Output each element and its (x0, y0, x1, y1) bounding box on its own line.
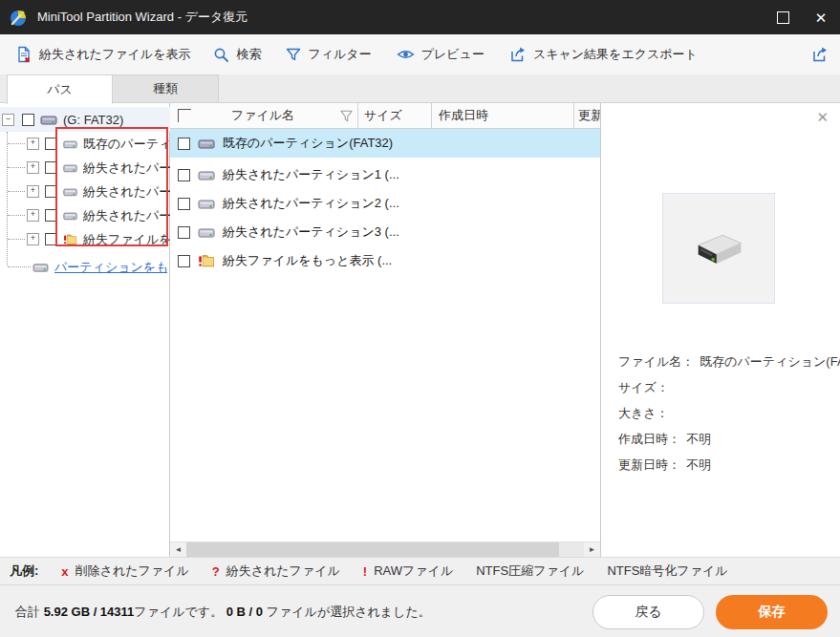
filter-button[interactable]: フィルター (286, 46, 371, 63)
back-button[interactable]: 戻る (592, 595, 704, 629)
scroll-left-arrow-icon[interactable]: ◄ (170, 542, 186, 558)
row-checkbox[interactable] (178, 255, 190, 267)
tree-root-label: (G: FAT32) (63, 113, 123, 127)
legend-label: 紛失されたファイル (226, 563, 340, 580)
legend-label: NTFS圧縮ファイル (476, 563, 584, 580)
row-filename: 紛失されたパーティション2 (... (223, 195, 399, 212)
item-checkbox[interactable] (45, 209, 57, 222)
column-header-filename[interactable]: ファイル名 (191, 107, 334, 124)
folder-alert-icon (63, 233, 77, 245)
export-shortcut-button[interactable] (811, 34, 829, 74)
root-checkbox[interactable] (22, 114, 34, 126)
info-filename: ファイル名： 既存のパーティション(FAT32) (618, 353, 830, 371)
list-row-lost-partition-2[interactable]: 紛失されたパーティション2 (... (170, 189, 600, 218)
column-header-size[interactable]: サイズ (358, 107, 431, 124)
select-all-checkbox[interactable] (178, 109, 191, 122)
expand-icon[interactable]: + (27, 138, 39, 150)
tree-item-more-lost-files[interactable]: + 紛失ファイルを... (0, 227, 170, 251)
app-logo-icon (9, 8, 28, 27)
horizontal-scrollbar[interactable]: ◄ ► (170, 541, 600, 557)
show-lost-files-button[interactable]: 紛失されたファイルを表示 (15, 46, 190, 63)
collapse-expander-icon[interactable]: − (2, 114, 14, 126)
partition-tree-panel: − (G: FAT32) + 既存のパーティ... + (0, 103, 170, 557)
tab-path-label: パス (47, 81, 73, 98)
preview-panel: ✕ ファイル名： 既存のパーティション(FAT32) サイズ： 大きさ： (600, 103, 840, 557)
expand-icon[interactable]: + (27, 233, 39, 245)
legend-bar: 凡例: x 削除されたファイル ? 紛失されたファイル ! RAWファイル NT… (0, 557, 840, 584)
tree-item-label: 紛失ファイルを... (83, 231, 170, 248)
tree-item-label: 紛失されたパー... (83, 183, 170, 201)
export-icon (509, 46, 527, 63)
show-more-partitions-link[interactable]: パーティションをもっ... (54, 259, 167, 276)
list-row-lost-partition-1[interactable]: 紛失されたパーティション1 (... (170, 160, 600, 189)
column-header-modified[interactable]: 更新 (574, 107, 600, 124)
item-checkbox[interactable] (45, 233, 57, 245)
tab-type[interactable]: 種類 (113, 74, 219, 103)
scroll-right-arrow-icon[interactable]: ► (584, 542, 600, 558)
status-mid: ファイルです。 (134, 605, 226, 619)
info-bigness: 大きさ： (618, 405, 830, 422)
export-scan-result-button[interactable]: スキャン結果をエクスポート (509, 46, 698, 63)
column-filter-funnel-icon[interactable] (334, 109, 357, 123)
window-title: MiniTool Partition Wizard - データ復元 (37, 9, 248, 26)
row-checkbox[interactable] (178, 198, 190, 210)
tree-item-existing-partition[interactable]: + 既存のパーティ... (0, 132, 170, 156)
preview-button[interactable]: プレビュー (397, 46, 485, 63)
status-total: 5.92 GB / 14311 (44, 605, 135, 619)
expand-icon[interactable]: + (27, 161, 39, 174)
folder-alert-icon (198, 254, 215, 267)
info-created: 作成日時： 不明 (618, 431, 830, 448)
tree-more-partitions-row: パーティションをもっ... (0, 255, 170, 279)
item-checkbox[interactable] (45, 138, 57, 150)
tree-item-lost-partition-1[interactable]: + 紛失されたパー... (0, 156, 170, 180)
drive-icon (63, 210, 77, 222)
content-area: − (G: FAT32) + 既存のパーティ... + (0, 103, 840, 557)
title-bar: MiniTool Partition Wizard - データ復元 ✕ (0, 0, 840, 34)
drive-icon (198, 198, 215, 210)
expand-icon[interactable]: + (27, 185, 39, 198)
file-list-panel: ファイル名 サイズ 作成日時 更新 既存のパーティション(FAT32) (170, 103, 600, 557)
list-row-lost-partition-3[interactable]: 紛失されたパーティション3 (... (170, 218, 600, 246)
lost-marker-icon: ? (212, 564, 220, 579)
legend-raw-files: ! RAWファイル (363, 563, 453, 580)
info-label: 作成日時： (618, 431, 680, 448)
list-row-show-more-lost-files[interactable]: 紛失ファイルをもっと表示 (... (170, 246, 600, 275)
search-icon (213, 47, 229, 63)
toolbar: 紛失されたファイルを表示 検索 フィルター プレビュー スキャン結果をエクスポー… (0, 34, 840, 74)
list-row-existing-partition[interactable]: 既存のパーティション(FAT32) (170, 129, 600, 158)
filter-funnel-icon (286, 47, 301, 62)
drive-icon (63, 186, 77, 198)
info-label: ファイル名： (618, 353, 694, 371)
expand-icon[interactable]: + (27, 209, 39, 222)
tree-root-node[interactable]: − (G: FAT32) (0, 107, 170, 132)
tree-item-lost-partition-3[interactable]: + 紛失されたパー... (0, 203, 170, 227)
drive-icon (63, 138, 77, 150)
drive-icon (198, 226, 215, 239)
close-icon: ✕ (815, 11, 828, 25)
item-checkbox[interactable] (45, 185, 57, 198)
item-checkbox[interactable] (45, 161, 57, 174)
tree-item-lost-partition-2[interactable]: + 紛失されたパー... (0, 180, 170, 203)
status-bar: 合計 5.92 GB / 14311ファイルです。 0 B / 0 ファイルが選… (0, 584, 840, 637)
row-checkbox[interactable] (178, 138, 190, 150)
info-size: サイズ： (618, 379, 830, 396)
save-button[interactable]: 保存 (716, 595, 828, 629)
deleted-marker-icon: x (61, 564, 68, 579)
row-filename: 紛失ファイルをもっと表示 (... (223, 252, 392, 269)
scrollbar-track[interactable] (559, 542, 584, 558)
maximize-icon (777, 11, 789, 24)
maximize-button[interactable] (764, 0, 802, 34)
close-button[interactable]: ✕ (802, 0, 840, 34)
tab-path[interactable]: パス (7, 74, 113, 104)
row-filename: 既存のパーティション(FAT32) (223, 135, 393, 152)
row-checkbox[interactable] (178, 226, 190, 239)
column-header-created[interactable]: 作成日時 (432, 107, 573, 124)
row-checkbox[interactable] (178, 169, 190, 181)
scrollbar-thumb[interactable] (186, 542, 559, 558)
info-value: 不明 (686, 431, 711, 448)
drive-icon (40, 114, 57, 126)
row-filename: 紛失されたパーティション3 (... (223, 223, 399, 241)
legend-lost-files: ? 紛失されたファイル (212, 563, 340, 580)
search-button[interactable]: 検索 (213, 46, 261, 63)
preview-close-icon[interactable]: ✕ (816, 109, 829, 126)
